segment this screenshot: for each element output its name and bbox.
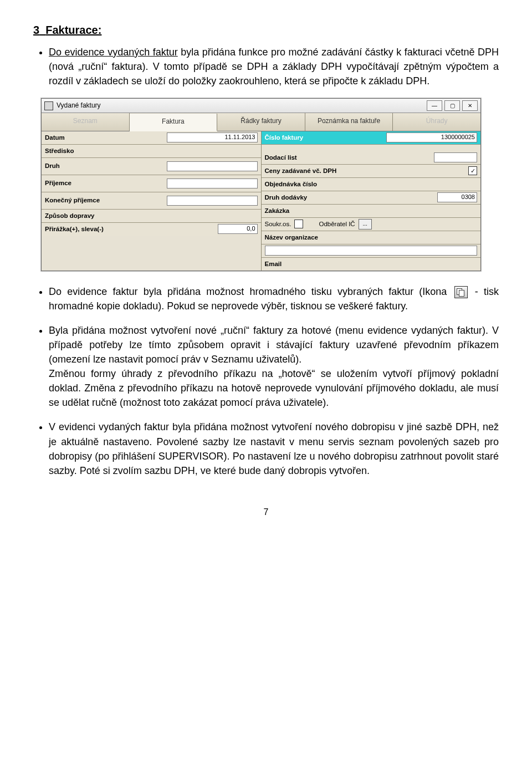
section-number: 3 xyxy=(33,24,39,36)
para-text: Změnou formy úhrady z převodního příkazu… xyxy=(49,368,499,408)
form-right-column: Číslo faktury 1300000025 Dodací list Cen… xyxy=(262,131,481,271)
label-dodaci: Dodací list xyxy=(265,153,348,162)
label-datum: Datum xyxy=(45,133,128,142)
input-nazev-org[interactable] xyxy=(265,246,478,256)
label-druh-dodavky: Druh dodávky xyxy=(265,193,348,202)
label-soukros: Soukr.os. xyxy=(265,220,291,229)
input-druh[interactable] xyxy=(167,161,258,171)
label-stredisko: Středisko xyxy=(45,146,128,156)
page-number: 7 xyxy=(33,506,499,518)
section-title-text: Fakturace: xyxy=(45,24,101,36)
input-prirazka[interactable]: 0,0 xyxy=(218,224,258,234)
label-objednavka: Objednávka číslo xyxy=(265,180,348,189)
app-icon xyxy=(44,101,53,110)
input-konecny[interactable] xyxy=(167,196,258,206)
bullet-list-2: Do evidence faktur byla přidána možnost … xyxy=(33,284,499,478)
label-email: Email xyxy=(265,259,348,269)
label-druh: Druh xyxy=(45,161,128,171)
input-datum[interactable]: 11.11.2013 xyxy=(167,132,258,142)
tab-seznam[interactable]: Seznam xyxy=(42,113,130,130)
label-zakazka: Zakázka xyxy=(265,206,348,216)
lookup-odberatel-button[interactable]: ... xyxy=(359,219,372,230)
list-item: V evidenci vydaných faktur byla přidána … xyxy=(49,420,499,477)
window-titlebar: Vydané faktury — ▢ ✕ xyxy=(42,99,480,113)
para-text: Byla přidána možnost vytvoření nové „ruč… xyxy=(49,325,499,365)
underlined-lead: Do evidence vydaných faktur xyxy=(49,47,178,58)
close-button[interactable]: ✕ xyxy=(462,100,478,111)
section-heading: 3 Fakturace: xyxy=(33,22,499,38)
para-text: Do evidence faktur byla přidána možnost … xyxy=(49,286,453,297)
label-cislo: Číslo faktury xyxy=(265,133,348,142)
tab-poznamka[interactable]: Poznámka na faktuře xyxy=(305,113,393,130)
label-prijemce: Příjemce xyxy=(45,179,128,188)
input-prijemce[interactable] xyxy=(167,179,258,188)
tab-uhrady[interactable]: Úhrady xyxy=(393,113,480,130)
tab-faktura[interactable]: Faktura xyxy=(130,114,218,131)
label-nazev-org: Název organizace xyxy=(265,233,348,242)
label-odberatel: Odběratel IČ xyxy=(319,220,355,229)
input-cislo[interactable]: 1300000025 xyxy=(386,132,477,142)
input-druh-dodavky[interactable]: 0308 xyxy=(437,192,477,202)
list-item: Do evidence vydaných faktur byla přidána… xyxy=(49,45,499,88)
maximize-button[interactable]: ▢ xyxy=(444,100,460,111)
tab-bar: Seznam Faktura Řádky faktury Poznámka na… xyxy=(42,113,480,131)
label-zpusob: Způsob dopravy xyxy=(45,211,128,221)
bullet-list: Do evidence vydaných faktur byla přidána… xyxy=(33,45,499,88)
tab-radky[interactable]: Řádky faktury xyxy=(217,113,305,130)
window-title: Vydané faktury xyxy=(57,101,427,110)
checkbox-soukros[interactable] xyxy=(294,220,303,228)
minimize-button[interactable]: — xyxy=(427,100,442,111)
checkbox-ceny-dph[interactable]: ✓ xyxy=(468,166,477,175)
list-item: Byla přidána možnost vytvoření nové „ruč… xyxy=(49,323,499,410)
label-konecny: Konečný příjemce xyxy=(45,196,128,205)
label-ceny: Ceny zadávané vč. DPH xyxy=(265,166,376,176)
input-dodaci[interactable] xyxy=(434,152,477,162)
label-prirazka: Přirážka(+), sleva(-) xyxy=(45,225,128,234)
list-item: Do evidence faktur byla přidána možnost … xyxy=(49,284,499,313)
para-text: V evidenci vydaných faktur byla přidána … xyxy=(49,421,499,476)
batch-print-icon xyxy=(454,286,468,298)
form-left-column: Datum 11.11.2013 Středisko Druh Příjemce… xyxy=(42,131,262,271)
screenshot-window: Vydané faktury — ▢ ✕ Seznam Faktura Řádk… xyxy=(41,98,499,271)
